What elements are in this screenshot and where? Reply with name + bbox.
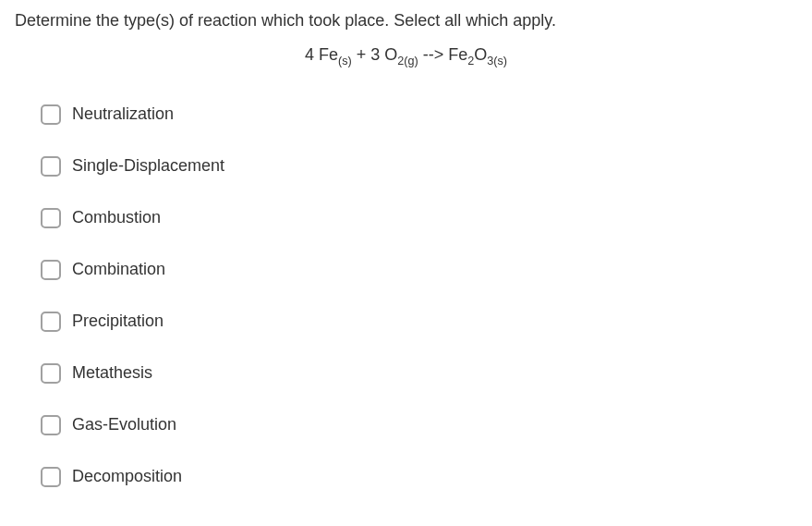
checkbox-gas-evolution[interactable] (41, 415, 61, 435)
equation-subscript: 3(s) (487, 55, 507, 67)
options-list: Neutralization Single-Displacement Combu… (15, 104, 797, 487)
chemical-equation: 4 Fe(s) + 3 O2(g) --> Fe2O3(s) (15, 45, 797, 67)
option-label: Neutralization (72, 104, 174, 124)
checkbox-metathesis[interactable] (41, 363, 61, 384)
option-label: Combustion (72, 208, 161, 227)
option-label: Single-Displacement (72, 156, 224, 176)
checkbox-combination[interactable] (41, 260, 61, 280)
question-prompt: Determine the type(s) of reaction which … (15, 11, 797, 31)
equation-text: 4 Fe (305, 45, 338, 64)
option-neutralization: Neutralization (41, 104, 797, 125)
option-precipitation: Precipitation (41, 312, 797, 332)
equation-subscript: 2(g) (397, 55, 418, 67)
option-label: Gas-Evolution (72, 415, 176, 434)
option-gas-evolution: Gas-Evolution (41, 415, 797, 435)
checkbox-single-displacement[interactable] (41, 156, 61, 177)
equation-subscript: (s) (338, 55, 352, 67)
equation-text: --> Fe (418, 45, 468, 64)
checkbox-neutralization[interactable] (41, 104, 61, 125)
checkbox-combustion[interactable] (41, 208, 61, 228)
option-single-displacement: Single-Displacement (41, 156, 797, 177)
option-label: Metathesis (72, 363, 152, 383)
equation-text: + 3 O (352, 45, 398, 64)
equation-text: O (474, 45, 487, 64)
option-label: Decomposition (72, 467, 182, 486)
checkbox-decomposition[interactable] (41, 467, 61, 487)
option-metathesis: Metathesis (41, 363, 797, 384)
option-decomposition: Decomposition (41, 467, 797, 487)
option-combustion: Combustion (41, 208, 797, 228)
option-label: Precipitation (72, 312, 164, 331)
checkbox-precipitation[interactable] (41, 312, 61, 332)
option-combination: Combination (41, 260, 797, 280)
option-label: Combination (72, 260, 165, 279)
